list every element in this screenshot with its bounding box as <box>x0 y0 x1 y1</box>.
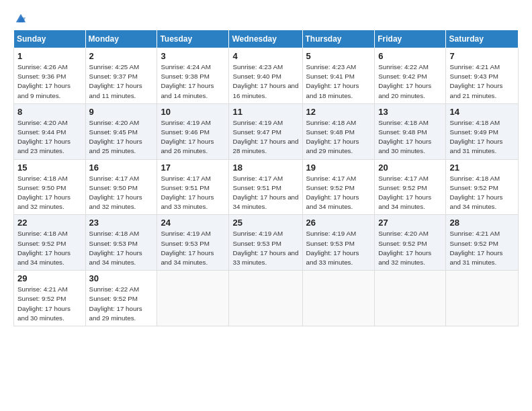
calendar-week-row: 1 Sunrise: 4:26 AM Sunset: 9:36 PM Dayli… <box>14 48 519 104</box>
day-info: Sunrise: 4:19 AM Sunset: 9:53 PM Dayligh… <box>306 229 371 267</box>
day-info: Sunrise: 4:26 AM Sunset: 9:36 PM Dayligh… <box>17 62 82 101</box>
day-info: Sunrise: 4:18 AM Sunset: 9:52 PM Dayligh… <box>17 229 82 267</box>
day-info: Sunrise: 4:17 AM Sunset: 9:52 PM Dayligh… <box>306 174 371 212</box>
day-number: 8 <box>17 107 82 117</box>
day-info: Sunrise: 4:20 AM Sunset: 9:52 PM Dayligh… <box>378 229 442 267</box>
day-number: 16 <box>89 163 154 173</box>
calendar-cell: 10 Sunrise: 4:19 AM Sunset: 9:46 PM Dayl… <box>157 103 229 159</box>
day-number: 13 <box>378 107 442 117</box>
page: SundayMondayTuesdayWednesdayThursdayFrid… <box>0 0 532 411</box>
day-number: 4 <box>232 51 298 61</box>
calendar-cell <box>375 271 446 326</box>
day-number: 26 <box>306 218 371 228</box>
calendar-cell: 28 Sunrise: 4:21 AM Sunset: 9:52 PM Dayl… <box>446 215 519 271</box>
day-info: Sunrise: 4:25 AM Sunset: 9:37 PM Dayligh… <box>89 62 154 101</box>
day-info: Sunrise: 4:19 AM Sunset: 9:47 PM Dayligh… <box>232 118 298 156</box>
calendar-cell: 29 Sunrise: 4:21 AM Sunset: 9:52 PM Dayl… <box>14 271 86 326</box>
calendar-cell: 17 Sunrise: 4:17 AM Sunset: 9:51 PM Dayl… <box>157 159 229 215</box>
calendar-cell: 20 Sunrise: 4:17 AM Sunset: 9:52 PM Dayl… <box>375 159 446 215</box>
logo <box>13 12 27 24</box>
day-number: 24 <box>161 218 225 228</box>
day-info: Sunrise: 4:22 AM Sunset: 9:52 PM Dayligh… <box>89 285 154 323</box>
calendar-header-friday: Friday <box>375 30 446 48</box>
day-number: 14 <box>449 107 515 117</box>
day-info: Sunrise: 4:17 AM Sunset: 9:51 PM Dayligh… <box>161 174 225 212</box>
calendar-cell <box>229 271 302 326</box>
calendar-cell: 18 Sunrise: 4:17 AM Sunset: 9:51 PM Dayl… <box>229 159 302 215</box>
calendar-cell: 7 Sunrise: 4:21 AM Sunset: 9:43 PM Dayli… <box>446 48 519 104</box>
day-number: 19 <box>306 163 371 173</box>
calendar-header-monday: Monday <box>85 30 157 48</box>
calendar-cell: 19 Sunrise: 4:17 AM Sunset: 9:52 PM Dayl… <box>302 159 375 215</box>
day-number: 23 <box>89 218 154 228</box>
calendar-header-tuesday: Tuesday <box>157 30 229 48</box>
day-info: Sunrise: 4:18 AM Sunset: 9:52 PM Dayligh… <box>449 174 515 212</box>
day-number: 28 <box>449 218 515 228</box>
day-info: Sunrise: 4:17 AM Sunset: 9:51 PM Dayligh… <box>232 174 298 212</box>
calendar-cell: 5 Sunrise: 4:23 AM Sunset: 9:41 PM Dayli… <box>302 48 375 104</box>
day-number: 17 <box>161 163 225 173</box>
calendar-cell: 30 Sunrise: 4:22 AM Sunset: 9:52 PM Dayl… <box>85 271 157 326</box>
calendar-cell: 1 Sunrise: 4:26 AM Sunset: 9:36 PM Dayli… <box>14 48 86 104</box>
logo-icon <box>15 12 27 24</box>
calendar-cell: 22 Sunrise: 4:18 AM Sunset: 9:52 PM Dayl… <box>14 215 86 271</box>
day-info: Sunrise: 4:24 AM Sunset: 9:38 PM Dayligh… <box>161 62 225 101</box>
day-number: 7 <box>449 51 515 61</box>
calendar-cell: 9 Sunrise: 4:20 AM Sunset: 9:45 PM Dayli… <box>85 103 157 159</box>
calendar-week-row: 8 Sunrise: 4:20 AM Sunset: 9:44 PM Dayli… <box>14 103 519 159</box>
calendar-cell: 26 Sunrise: 4:19 AM Sunset: 9:53 PM Dayl… <box>302 215 375 271</box>
calendar-cell: 11 Sunrise: 4:19 AM Sunset: 9:47 PM Dayl… <box>229 103 302 159</box>
calendar-week-row: 29 Sunrise: 4:21 AM Sunset: 9:52 PM Dayl… <box>14 271 519 326</box>
header <box>13 12 519 24</box>
day-number: 22 <box>17 218 82 228</box>
day-info: Sunrise: 4:21 AM Sunset: 9:52 PM Dayligh… <box>449 229 515 267</box>
day-number: 20 <box>378 163 442 173</box>
calendar-week-row: 22 Sunrise: 4:18 AM Sunset: 9:52 PM Dayl… <box>14 215 519 271</box>
day-info: Sunrise: 4:17 AM Sunset: 9:52 PM Dayligh… <box>378 174 442 212</box>
day-info: Sunrise: 4:19 AM Sunset: 9:46 PM Dayligh… <box>161 118 225 156</box>
calendar-cell: 8 Sunrise: 4:20 AM Sunset: 9:44 PM Dayli… <box>14 103 86 159</box>
calendar-cell: 15 Sunrise: 4:18 AM Sunset: 9:50 PM Dayl… <box>14 159 86 215</box>
calendar-header-sunday: Sunday <box>14 30 86 48</box>
calendar-cell: 3 Sunrise: 4:24 AM Sunset: 9:38 PM Dayli… <box>157 48 229 104</box>
day-number: 15 <box>17 163 82 173</box>
calendar-cell <box>157 271 229 326</box>
day-number: 27 <box>378 218 442 228</box>
day-number: 3 <box>161 51 225 61</box>
calendar-table: SundayMondayTuesdayWednesdayThursdayFrid… <box>13 30 519 326</box>
calendar-cell: 4 Sunrise: 4:23 AM Sunset: 9:40 PM Dayli… <box>229 48 302 104</box>
day-info: Sunrise: 4:20 AM Sunset: 9:45 PM Dayligh… <box>89 118 154 156</box>
day-info: Sunrise: 4:20 AM Sunset: 9:44 PM Dayligh… <box>17 118 82 156</box>
day-info: Sunrise: 4:19 AM Sunset: 9:53 PM Dayligh… <box>161 229 225 267</box>
calendar-cell: 12 Sunrise: 4:18 AM Sunset: 9:48 PM Dayl… <box>302 103 375 159</box>
calendar-cell: 24 Sunrise: 4:19 AM Sunset: 9:53 PM Dayl… <box>157 215 229 271</box>
day-info: Sunrise: 4:17 AM Sunset: 9:50 PM Dayligh… <box>89 174 154 212</box>
day-number: 21 <box>449 163 515 173</box>
day-number: 30 <box>89 273 154 283</box>
calendar-week-row: 15 Sunrise: 4:18 AM Sunset: 9:50 PM Dayl… <box>14 159 519 215</box>
day-info: Sunrise: 4:22 AM Sunset: 9:42 PM Dayligh… <box>378 62 442 101</box>
day-number: 9 <box>89 107 154 117</box>
calendar-cell <box>446 271 519 326</box>
day-info: Sunrise: 4:18 AM Sunset: 9:50 PM Dayligh… <box>17 174 82 212</box>
calendar-cell: 14 Sunrise: 4:18 AM Sunset: 9:49 PM Dayl… <box>446 103 519 159</box>
day-number: 29 <box>17 273 82 283</box>
day-number: 18 <box>232 163 298 173</box>
calendar-cell: 6 Sunrise: 4:22 AM Sunset: 9:42 PM Dayli… <box>375 48 446 104</box>
day-number: 1 <box>17 51 82 61</box>
calendar-header-thursday: Thursday <box>302 30 375 48</box>
calendar-header-saturday: Saturday <box>446 30 519 48</box>
day-number: 10 <box>161 107 225 117</box>
day-info: Sunrise: 4:18 AM Sunset: 9:53 PM Dayligh… <box>89 229 154 267</box>
day-number: 6 <box>378 51 442 61</box>
day-info: Sunrise: 4:21 AM Sunset: 9:52 PM Dayligh… <box>17 285 82 323</box>
calendar-cell: 27 Sunrise: 4:20 AM Sunset: 9:52 PM Dayl… <box>375 215 446 271</box>
day-info: Sunrise: 4:23 AM Sunset: 9:40 PM Dayligh… <box>232 62 298 101</box>
calendar-cell: 13 Sunrise: 4:18 AM Sunset: 9:48 PM Dayl… <box>375 103 446 159</box>
calendar-cell: 2 Sunrise: 4:25 AM Sunset: 9:37 PM Dayli… <box>85 48 157 104</box>
day-number: 2 <box>89 51 154 61</box>
calendar-header-row: SundayMondayTuesdayWednesdayThursdayFrid… <box>14 30 519 48</box>
calendar-cell: 25 Sunrise: 4:19 AM Sunset: 9:53 PM Dayl… <box>229 215 302 271</box>
calendar-cell: 23 Sunrise: 4:18 AM Sunset: 9:53 PM Dayl… <box>85 215 157 271</box>
day-info: Sunrise: 4:18 AM Sunset: 9:48 PM Dayligh… <box>378 118 442 156</box>
